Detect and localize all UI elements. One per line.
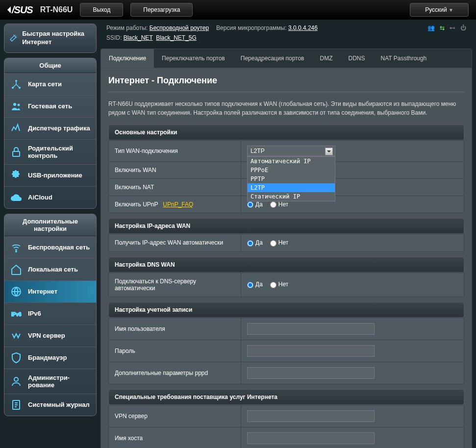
pppd-label: Дополнительные параметры pppd [109, 362, 241, 384]
sidebar-item-parental[interactable]: Родительский контроль [4, 139, 96, 164]
wan-opt-pptp[interactable]: PPTP [248, 174, 335, 183]
tab-port-trigger[interactable]: Переключатель портов [154, 49, 233, 68]
auto-ip-label: Получить IP-адрес WAN автоматически [109, 234, 241, 251]
info-bar: Режим работы: Беспроводной роутер Версия… [100, 20, 472, 46]
sidebar-item-vpn[interactable]: VPN сервер [4, 324, 96, 347]
tab-ddns[interactable]: DDNS [341, 49, 373, 68]
password-label: Пароль [109, 340, 241, 362]
admin-icon [10, 375, 22, 387]
sidebar: Быстрая настройка Интернет Общие Карта с… [0, 20, 100, 448]
ssid2-link[interactable]: Black_NET_5G [156, 34, 197, 41]
shield-icon [10, 352, 22, 364]
svg-point-0 [15, 80, 17, 82]
svg-point-9 [14, 377, 18, 381]
section-dns: Настройка DNS WAN [108, 257, 464, 273]
section-isp: Специальные требования поставщика услуг … [108, 389, 464, 405]
username-input[interactable] [247, 323, 375, 335]
svg-point-3 [13, 103, 16, 106]
sidebar-item-firewall[interactable]: Брандмауэр [4, 347, 96, 369]
wan-opt-auto[interactable]: Автоматический IP [248, 157, 335, 166]
svg-point-6 [16, 251, 17, 252]
logout-button[interactable]: Выход [80, 3, 123, 17]
tab-bar: Подключение Переключатель портов Переадр… [100, 49, 472, 68]
section-basic: Основные настройки [108, 124, 464, 140]
lock-icon [10, 146, 22, 158]
traffic-icon [10, 123, 22, 134]
advanced-section: Дополнительные настройки Беспроводная се… [4, 214, 97, 416]
wan-type-dropdown: Автоматический IP PPPoE PPTP L2TP Статич… [247, 156, 335, 201]
vpn-input[interactable] [247, 410, 375, 422]
sidebar-item-admin[interactable]: Администри-рование [4, 369, 96, 394]
wan-type-label: Тип WAN-подключения [109, 141, 241, 162]
reboot-button[interactable]: Перезагрузка [130, 3, 193, 17]
ipv6-icon: IPv6 [10, 308, 22, 320]
autodns-yes[interactable]: Да [247, 281, 263, 288]
cloud-icon [10, 192, 22, 203]
wan-opt-l2tp[interactable]: L2TP [248, 183, 335, 192]
sidebar-item-lan[interactable]: Локальная сеть [4, 258, 96, 280]
enable-nat-label: Включить NAT [109, 179, 241, 196]
svg-rect-5 [13, 151, 20, 156]
sidebar-item-syslog[interactable]: Системный журнал [4, 394, 96, 416]
status-icons: 👥 ⇆ ⊷ ⏻ [427, 25, 466, 31]
language-select[interactable]: Русский ▼ [410, 3, 469, 17]
sidebar-item-ipv6[interactable]: IPv6IPv6 [4, 302, 96, 324]
content-panel: Интернет - Подключение RT-N66U поддержив… [100, 68, 472, 448]
sidebar-item-wireless[interactable]: Беспроводная сеть [4, 236, 96, 258]
enable-wan-label: Включить WAN [109, 162, 241, 179]
ssid1-link[interactable]: Black_NET [124, 34, 153, 41]
sidebar-item-usb[interactable]: USB-приложение [4, 164, 96, 186]
network-map-icon [10, 78, 22, 90]
upnp-no[interactable]: Нет [270, 201, 288, 208]
vpn-label: VPN сервер [109, 405, 241, 427]
upnp-yes[interactable]: Да [247, 201, 263, 208]
asus-logo: /SUS [7, 4, 33, 16]
section-header: Дополнительные настройки [4, 214, 96, 236]
log-icon [10, 399, 22, 411]
upnp-faq-link[interactable]: UPnP_FAQ [163, 201, 193, 208]
wifi-status-icon[interactable]: ⏻ [460, 25, 466, 31]
autoip-yes[interactable]: Да [247, 239, 263, 246]
sidebar-item-guest[interactable]: Гостевая сеть [4, 95, 96, 117]
home-icon [10, 264, 22, 275]
sidebar-item-internet[interactable]: Интернет [4, 280, 96, 302]
puzzle-icon [10, 170, 22, 181]
username-label: Имя пользователя [109, 318, 241, 340]
wan-opt-static[interactable]: Статический IP [248, 192, 335, 201]
guest-icon [10, 100, 22, 112]
wifi-icon [10, 242, 22, 253]
host-input[interactable] [247, 432, 375, 444]
sidebar-item-aicloud[interactable]: AiCloud [4, 186, 96, 208]
top-bar: /SUS RT-N66U Выход Перезагрузка Русский … [0, 0, 476, 20]
page-description: RT-N66U поддерживает несколько типов под… [108, 100, 464, 117]
vpn-icon [10, 330, 22, 342]
users-icon[interactable]: 👥 [427, 25, 435, 31]
pppd-input[interactable] [247, 367, 375, 379]
autodns-no[interactable]: Нет [270, 281, 288, 288]
sidebar-item-network-map[interactable]: Карта сети [4, 73, 96, 95]
quick-setup-button[interactable]: Быстрая настройка Интернет [4, 24, 97, 53]
svg-point-4 [18, 103, 20, 106]
page-title: Интернет - Подключение [108, 75, 464, 92]
globe-icon [10, 286, 22, 298]
host-label: Имя хоста [109, 427, 241, 448]
wan-type-select[interactable]: L2TP [247, 146, 335, 156]
usb-icon[interactable]: ⊷ [450, 25, 455, 31]
password-input[interactable] [247, 345, 375, 357]
auto-dns-label: Подключаться к DNS-серверу автоматически [109, 273, 241, 297]
tab-dmz[interactable]: DMZ [312, 49, 341, 68]
mode-link[interactable]: Беспроводной роутер [150, 25, 209, 31]
tab-connection[interactable]: Подключение [101, 49, 154, 68]
section-header: Общие [4, 58, 96, 73]
sidebar-item-traffic[interactable]: Диспетчер трафика [4, 117, 96, 139]
model-name: RT-N66U [40, 5, 73, 14]
svg-text:IPv6: IPv6 [11, 312, 22, 317]
fw-link[interactable]: 3.0.0.4.246 [288, 25, 318, 31]
main-content: Режим работы: Беспроводной роутер Версия… [100, 20, 476, 448]
wan-opt-pppoe[interactable]: PPPoE [248, 166, 335, 174]
section-account: Настройка учетной записи [108, 302, 464, 318]
tab-port-forward[interactable]: Переадресация портов [233, 49, 312, 68]
link-icon[interactable]: ⇆ [440, 25, 445, 31]
tab-nat[interactable]: NAT Passthrough [373, 49, 435, 68]
autoip-no[interactable]: Нет [270, 239, 288, 246]
